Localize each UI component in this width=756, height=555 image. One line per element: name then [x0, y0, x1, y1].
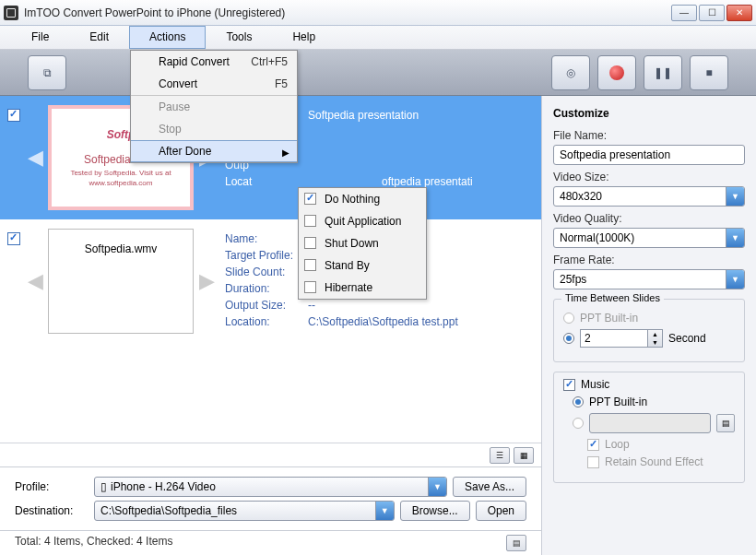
checkbox-icon — [304, 193, 316, 205]
prev-icon[interactable]: ◀ — [26, 269, 44, 293]
music-group: Music PPT Built-in ▤ Loop Retain Sound E… — [553, 372, 745, 483]
view-toolbar: ☰ ▦ — [0, 443, 541, 466]
add-slide-icon: ⧉ — [43, 66, 52, 79]
interval-spinner[interactable]: 2▲▼ — [580, 329, 663, 348]
checkbox-icon — [304, 259, 316, 271]
record-button[interactable] — [597, 55, 636, 90]
checkbox-icon — [304, 215, 316, 227]
music-browse-button[interactable]: ▤ — [716, 414, 735, 432]
titlebar: ImTOO Convert PowerPoint to iPhone (Unre… — [0, 0, 756, 26]
pause-icon: ❚❚ — [654, 66, 672, 79]
action-convert[interactable]: ConvertF5 — [131, 73, 297, 95]
stop-icon: ■ — [705, 66, 712, 79]
view-list-button[interactable]: ☰ — [490, 447, 510, 464]
customize-panel: Customize File Name: Softpedia presentat… — [542, 96, 756, 555]
filename-label: File Name: — [553, 129, 745, 142]
music-file-input — [589, 413, 711, 433]
target-icon: ◎ — [566, 66, 575, 79]
after-done-shutdown[interactable]: Shut Down — [299, 232, 426, 254]
record-icon — [609, 65, 624, 80]
radio-ppt-builtin[interactable] — [563, 313, 574, 324]
menu-actions-label: Actions — [149, 30, 185, 43]
window-title: ImTOO Convert PowerPoint to iPhone (Unre… — [24, 6, 671, 19]
profile-label: Profile: — [15, 480, 89, 493]
item-checkbox[interactable] — [7, 232, 20, 245]
radio-music-file[interactable] — [573, 418, 584, 429]
action-stop[interactable]: Stop — [131, 118, 297, 140]
bottom-panel: Profile: ▯iPhone - H.264 Video▼ Save As.… — [0, 466, 541, 530]
app-icon — [4, 6, 18, 20]
chevron-down-icon: ▼ — [428, 478, 446, 496]
actions-dropdown: Rapid ConvertCtrl+F5 ConvertF5 Pause Sto… — [130, 50, 298, 163]
menu-edit[interactable]: Edit — [69, 26, 129, 49]
checkbox-icon — [304, 237, 316, 249]
chevron-down-icon: ▼ — [726, 229, 744, 247]
retain-checkbox[interactable] — [587, 456, 599, 468]
framerate-select[interactable]: 25fps▼ — [553, 269, 745, 289]
open-button[interactable]: Open — [476, 501, 526, 521]
filename-input[interactable]: Softpedia presentation — [553, 145, 745, 165]
chevron-down-icon: ▼ — [726, 270, 744, 289]
destination-input[interactable]: C:\Softpedia\Softpedia_files▼ — [94, 501, 395, 521]
list-item[interactable]: ◀ Softpedia.wmv ▶ Name:Softpedia test Ta… — [0, 219, 541, 343]
videosize-label: Video Size: — [553, 171, 745, 183]
save-as-button[interactable]: Save As... — [453, 477, 526, 497]
chevron-down-icon: ▼ — [726, 187, 744, 206]
group-title: Time Between Slides — [561, 292, 664, 303]
customize-title: Customize — [553, 107, 745, 120]
browse-button[interactable]: Browse... — [400, 501, 470, 521]
menu-help[interactable]: Help — [272, 26, 336, 49]
quality-label: Video Quality: — [553, 212, 745, 225]
pause-button[interactable]: ❚❚ — [644, 55, 682, 90]
videosize-select[interactable]: 480x320▼ — [553, 186, 745, 207]
checkbox-icon — [304, 281, 316, 293]
loop-checkbox[interactable] — [587, 439, 599, 451]
maximize-button[interactable]: ☐ — [699, 5, 725, 21]
add-button[interactable]: ⧉ — [28, 55, 66, 90]
after-done-submenu: Do Nothing Quit Application Shut Down St… — [298, 187, 427, 300]
next-icon[interactable]: ▶ — [197, 269, 216, 293]
status-text: Total: 4 Items, Checked: 4 Items — [15, 535, 172, 551]
action-rapid-convert[interactable]: Rapid ConvertCtrl+F5 — [131, 51, 297, 73]
chevron-down-icon: ▼ — [375, 502, 394, 520]
after-done-standby[interactable]: Stand By — [299, 254, 426, 277]
item-checkbox[interactable] — [7, 109, 20, 122]
menubar: File Edit Actions Rapid ConvertCtrl+F5 C… — [0, 26, 756, 50]
music-checkbox[interactable] — [563, 379, 575, 391]
destination-label: Destination: — [15, 504, 89, 517]
prev-icon[interactable]: ◀ — [26, 146, 44, 170]
radio-custom-interval[interactable] — [563, 333, 574, 344]
menu-tools[interactable]: Tools — [206, 26, 272, 49]
spinner-icon[interactable]: ▲▼ — [647, 330, 662, 347]
radio-music-ppt[interactable] — [573, 396, 584, 407]
menu-file[interactable]: File — [11, 26, 69, 49]
profile-select[interactable]: ▯iPhone - H.264 Video▼ — [94, 477, 447, 497]
toolbar: ⧉ ◎ ❚❚ ■ — [0, 50, 756, 96]
target-button[interactable]: ◎ — [551, 55, 590, 90]
action-after-done[interactable]: After Done▶ — [131, 140, 297, 162]
time-between-slides-group: Time Between Slides PPT Built-in 2▲▼ Sec… — [553, 299, 745, 362]
view-grid-button[interactable]: ▦ — [514, 447, 534, 464]
after-done-do-nothing[interactable]: Do Nothing — [299, 188, 426, 210]
menu-actions[interactable]: Actions Rapid ConvertCtrl+F5 ConvertF5 P… — [129, 26, 206, 49]
quality-select[interactable]: Normal(1000K)▼ — [553, 228, 745, 248]
status-toggle-button[interactable]: ▤ — [506, 535, 526, 551]
after-done-quit[interactable]: Quit Application — [299, 210, 426, 232]
framerate-label: Frame Rate: — [553, 254, 745, 266]
status-bar: Total: 4 Items, Checked: 4 Items ▤ — [0, 530, 541, 555]
after-done-hibernate[interactable]: Hibernate — [299, 277, 426, 299]
minimize-button[interactable]: — — [671, 5, 697, 21]
action-pause[interactable]: Pause — [131, 95, 297, 118]
close-button[interactable]: ✕ — [726, 5, 752, 21]
item-thumbnail[interactable]: Softpedia.wmv — [48, 229, 194, 334]
stop-button[interactable]: ■ — [690, 55, 728, 90]
